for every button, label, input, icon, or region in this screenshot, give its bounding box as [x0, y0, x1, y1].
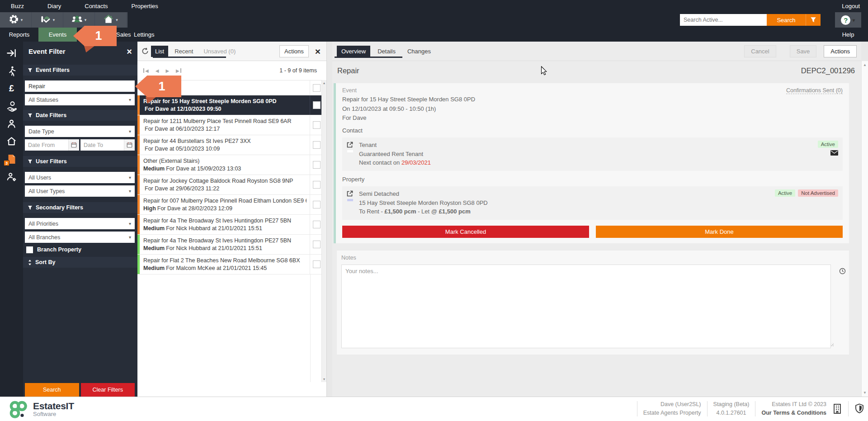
shield-icon[interactable]: [854, 403, 864, 414]
list-item-title: Repair for 15 Hay Street Steeple Morden …: [143, 98, 307, 105]
confirmations-link[interactable]: Confirmations Sent (0): [786, 87, 843, 94]
tab-sales[interactable]: Sales: [116, 28, 131, 42]
list-tab-unsaved[interactable]: Unsaved (0): [199, 46, 240, 57]
row-checkbox[interactable]: [313, 201, 321, 208]
users-select[interactable]: All Users▾: [25, 172, 135, 183]
documents-icon[interactable]: 3: [5, 153, 18, 165]
row-checkbox[interactable]: [313, 181, 321, 189]
detail-actions-button[interactable]: Actions: [824, 45, 857, 57]
contacts-person-icon[interactable]: [5, 118, 18, 130]
menu-item-buzz[interactable]: Buzz: [11, 3, 24, 9]
row-checkbox[interactable]: [313, 241, 321, 248]
row-checkbox[interactable]: [313, 221, 321, 228]
tab-help-label[interactable]: Help: [835, 28, 861, 42]
row-checkbox[interactable]: [313, 260, 321, 268]
properties-home-icon[interactable]: [5, 135, 18, 147]
list-item[interactable]: Repair for 1211 Mulberry Place Test Pinn…: [137, 115, 326, 135]
detail-title: Repair: [337, 66, 801, 75]
building-icon[interactable]: [832, 403, 842, 414]
list-item[interactable]: Repair for 44 Burstellars St Ives PE27 3…: [137, 135, 326, 155]
applicants-walker-icon[interactable]: [5, 65, 18, 77]
branch-property-label: Branch Property: [37, 246, 81, 253]
list-item[interactable]: Repair for 007 Mulberry Place Pinnell Ro…: [137, 195, 326, 215]
next-page-button[interactable]: ▶: [165, 68, 169, 73]
user-tag-icon[interactable]: [5, 170, 18, 183]
search-input[interactable]: [680, 14, 767, 26]
properties-menu-button[interactable]: ▾: [95, 12, 127, 28]
open-contact-icon[interactable]: [347, 142, 353, 148]
clock-icon[interactable]: [837, 266, 847, 278]
prev-page-button[interactable]: ◀: [156, 68, 159, 73]
detail-tab-changes[interactable]: Changes: [403, 46, 435, 57]
list-item[interactable]: Repair for 4a The Broadway St Ives Hunti…: [137, 235, 326, 255]
calendar-icon[interactable]: [68, 139, 79, 151]
mark-cancelled-button[interactable]: Mark Cancelled: [342, 226, 589, 238]
list-actions-button[interactable]: Actions: [279, 45, 309, 57]
scroll-up-icon[interactable]: ▲: [322, 81, 326, 85]
row-checkbox[interactable]: [313, 101, 321, 109]
settings-menu-button[interactable]: ▾: [0, 12, 32, 28]
close-list-icon[interactable]: ×: [315, 47, 321, 56]
date-type-select[interactable]: Date Type▾: [25, 126, 135, 137]
calendar-icon[interactable]: [124, 139, 135, 151]
help-button[interactable]: ? ▾: [835, 12, 861, 28]
search-button[interactable]: Search: [767, 14, 806, 26]
menu-item-contacts[interactable]: Contacts: [85, 3, 108, 9]
contacts-menu-button[interactable]: ▾: [63, 12, 95, 28]
clear-filters-button[interactable]: Clear Filters: [81, 383, 135, 397]
select-all-checkbox[interactable]: [313, 84, 321, 92]
tab-reports[interactable]: Reports: [0, 28, 38, 42]
tab-lettings[interactable]: Lettings: [134, 28, 155, 42]
user-types-select[interactable]: All User Types▾: [25, 185, 135, 197]
logout-button[interactable]: Logout: [842, 3, 860, 9]
scroll-up-icon[interactable]: ▲: [862, 63, 868, 67]
payments-hand-icon[interactable]: [5, 100, 18, 112]
cancel-button[interactable]: Cancel: [744, 45, 776, 57]
row-checkbox[interactable]: [313, 141, 321, 149]
tab-bar: Reports Events Sales Lettings Help: [0, 28, 868, 42]
terms-link[interactable]: Our Terms & Conditions: [761, 409, 826, 417]
refresh-icon[interactable]: [142, 47, 149, 55]
list-item[interactable]: Repair for 15 Hay Street Steeple Morden …: [137, 95, 326, 115]
list-item[interactable]: Repair for 4a The Broadway St Ives Hunti…: [137, 215, 326, 235]
status-select[interactable]: All Statuses▾: [25, 94, 135, 105]
branches-select[interactable]: All Branches▾: [25, 232, 135, 243]
accounts-pound-icon[interactable]: £: [5, 82, 18, 95]
footer-user: Dave (User2SL): [643, 400, 701, 409]
row-checkbox[interactable]: [313, 121, 321, 129]
first-page-button[interactable]: ◀: [143, 68, 149, 73]
page-scrollbar[interactable]: ▲ ▼: [861, 61, 868, 397]
close-filter-icon[interactable]: ×: [127, 47, 132, 56]
contact-status-badge: Active: [818, 141, 838, 148]
list-tab-list[interactable]: List: [151, 46, 168, 57]
scroll-down-icon[interactable]: ▼: [322, 378, 326, 381]
save-button[interactable]: Save: [790, 45, 817, 57]
branch-property-checkbox[interactable]: [26, 246, 33, 253]
priorities-select[interactable]: All Priorities▾: [25, 218, 135, 229]
menu-item-diary[interactable]: Diary: [47, 3, 61, 9]
list-tab-recent[interactable]: Recent: [170, 46, 197, 57]
event-type-input[interactable]: Repair: [25, 80, 135, 92]
date-to-input[interactable]: Date To: [80, 139, 135, 151]
list-item[interactable]: Repair for Flat 2 The Beaches New Road M…: [137, 255, 326, 274]
row-checkbox[interactable]: [313, 161, 321, 169]
last-page-button[interactable]: ▶: [176, 68, 181, 73]
email-icon[interactable]: [830, 150, 838, 156]
list-scrollbar[interactable]: ▲ ▼: [321, 80, 326, 382]
menu-item-properties[interactable]: Properties: [132, 3, 158, 9]
list-item[interactable]: Other (External Stairs) MediumFor Dave a…: [137, 155, 326, 175]
mark-done-button[interactable]: Mark Done: [596, 226, 843, 238]
collapse-panel-icon[interactable]: [5, 47, 18, 59]
scroll-down-icon[interactable]: ▼: [862, 391, 868, 395]
notes-textarea[interactable]: [341, 265, 831, 348]
list-item[interactable]: Repair for Jockey Cottage Baldock Road R…: [137, 175, 326, 195]
diary-menu-button[interactable]: ▾: [32, 12, 63, 28]
open-property-icon[interactable]: [347, 190, 353, 197]
tab-events[interactable]: Events: [38, 28, 77, 42]
detail-tab-overview[interactable]: Overview: [337, 46, 370, 57]
detail-tab-details[interactable]: Details: [373, 46, 400, 57]
filter-search-button[interactable]: Search: [25, 383, 79, 397]
date-from-input[interactable]: Date From: [25, 139, 79, 151]
contact-section-label: Contact: [342, 126, 843, 136]
search-filter-button[interactable]: [806, 14, 821, 26]
